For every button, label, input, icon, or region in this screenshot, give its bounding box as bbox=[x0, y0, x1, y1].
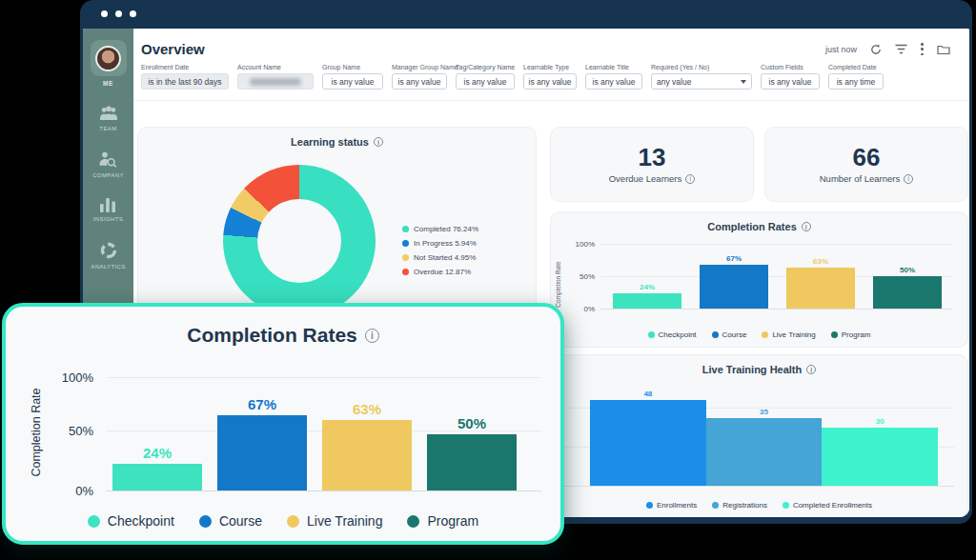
legend-item-checkpoint[interactable]: Checkpoint bbox=[648, 330, 697, 339]
filter-custom-fields-input[interactable]: is any value bbox=[761, 73, 820, 90]
legend-dot bbox=[402, 254, 409, 261]
bar-value-label: 24% bbox=[143, 445, 172, 461]
bar-live-training[interactable]: 63% bbox=[786, 244, 855, 309]
legend-item-enrollments[interactable]: Enrollments bbox=[646, 501, 697, 510]
live-training-health-plot: 48 35 30 bbox=[590, 390, 938, 486]
filter-learnable-title: Learnable Title is any value bbox=[585, 64, 642, 90]
sidebar-item-insights[interactable]: INSIGHTS bbox=[93, 197, 124, 222]
legend-item-program[interactable]: Program bbox=[831, 330, 871, 339]
info-icon[interactable] bbox=[802, 222, 811, 231]
team-icon bbox=[98, 106, 119, 122]
live-training-health-card: Live Training Health 48 35 bbox=[550, 354, 968, 517]
bar-program[interactable]: 50% bbox=[873, 244, 942, 309]
overlay-completion-rates-plot: 24% 67% 63% 50% bbox=[109, 378, 520, 490]
filter-bar: Enrollment Date is in the last 90 days A… bbox=[133, 57, 969, 101]
learning-status-card: Learning status Completed 76.24% In Prog… bbox=[137, 127, 537, 317]
legend-dot bbox=[199, 515, 212, 528]
sidebar-item-company[interactable]: COMPANY bbox=[92, 150, 124, 178]
filter-group-name: Group Name is any value bbox=[322, 64, 383, 90]
folder-button[interactable] bbox=[937, 44, 950, 55]
axis-baseline bbox=[559, 486, 954, 487]
filter-manager-group-name-input[interactable]: is any value bbox=[392, 73, 447, 90]
sidebar-item-team[interactable]: TEAM bbox=[98, 106, 119, 131]
filter-account-name-input[interactable] bbox=[237, 73, 314, 90]
filter-manager-group-name: Manager Group Name is any value bbox=[392, 64, 447, 90]
user-avatar bbox=[95, 46, 121, 71]
bar-value-label: 63% bbox=[353, 401, 381, 417]
filter-enrollment-date-input[interactable]: is in the last 90 days bbox=[141, 73, 229, 90]
bar bbox=[217, 415, 307, 490]
completion-rates-card: Completion Rates Completion Rate 100% 50… bbox=[550, 211, 968, 348]
completion-rates-plot: 24% 67% 63% 50% bbox=[604, 244, 950, 309]
overlay-completion-rates-legend: Checkpoint Course Live Training Program bbox=[6, 513, 560, 529]
legend-item-registrations[interactable]: Registrations bbox=[712, 501, 767, 510]
bar-value-label: 35 bbox=[760, 408, 768, 416]
last-refreshed-label: just now bbox=[825, 45, 857, 54]
bar-live-training[interactable]: 63% bbox=[322, 378, 412, 490]
legend-item-completed-enrollments[interactable]: Completed Enrollments bbox=[783, 501, 872, 510]
filter-required-dropdown[interactable]: any value bbox=[651, 73, 752, 90]
account-name-redacted-value bbox=[250, 78, 301, 86]
bar-program[interactable]: 50% bbox=[427, 378, 517, 490]
window-titlebar bbox=[80, 0, 972, 29]
info-icon[interactable] bbox=[365, 329, 379, 343]
live-training-health-title: Live Training Health bbox=[702, 364, 803, 375]
filter-required: Required (Yes / No) any value bbox=[651, 64, 752, 90]
filter-enrollment-date: Enrollment Date is in the last 90 days bbox=[141, 64, 229, 90]
info-icon[interactable] bbox=[806, 365, 816, 374]
bar-enrollments[interactable]: 48 bbox=[590, 390, 706, 486]
chevron-down-icon bbox=[741, 80, 746, 84]
learning-status-donut[interactable] bbox=[223, 165, 376, 317]
sidebar-item-me-label: ME bbox=[103, 80, 113, 87]
legend-item-overdue[interactable]: Overdue 12.87% bbox=[402, 268, 478, 276]
legend-dot bbox=[88, 515, 100, 528]
sidebar-item-analytics[interactable]: ANALYTICS bbox=[91, 241, 126, 270]
legend-dot bbox=[831, 331, 838, 338]
refresh-button[interactable] bbox=[870, 44, 882, 55]
filter-label: Learnable Title bbox=[585, 64, 642, 70]
filter-learnable-title-input[interactable]: is any value bbox=[585, 73, 642, 90]
live-training-health-legend: Enrollments Registrations Completed Enro… bbox=[551, 501, 967, 510]
sidebar-item-me[interactable] bbox=[91, 40, 127, 76]
bar-registrations[interactable]: 35 bbox=[706, 390, 823, 486]
filter-completed-date: Completed Date is any time bbox=[828, 64, 884, 90]
legend-item-in-progress[interactable]: In Progress 5.94% bbox=[402, 239, 478, 248]
legend-item-course[interactable]: Course bbox=[199, 513, 262, 529]
legend-dot bbox=[646, 502, 653, 509]
legend-item-live-training[interactable]: Live Training bbox=[762, 330, 815, 339]
info-icon[interactable] bbox=[374, 137, 383, 147]
legend-dot bbox=[402, 240, 409, 247]
legend-dot bbox=[762, 331, 768, 338]
legend-item-checkpoint[interactable]: Checkpoint bbox=[88, 513, 174, 529]
filter-group-name-input[interactable]: is any value bbox=[322, 73, 383, 90]
number-of-learners-card: 66 Number of Learners bbox=[764, 127, 968, 202]
filter-label: Group Name bbox=[322, 64, 383, 70]
bar-course[interactable]: 67% bbox=[700, 244, 768, 309]
window-dot-icon bbox=[101, 10, 108, 17]
filter-tag-category-name-input[interactable]: is any value bbox=[456, 73, 515, 90]
bar-completed-enrollments[interactable]: 30 bbox=[822, 390, 938, 486]
legend-label: Live Training bbox=[307, 513, 382, 529]
filter-completed-date-input[interactable]: is any time bbox=[828, 73, 884, 90]
legend-item-not-started[interactable]: Not Started 4.95% bbox=[402, 253, 478, 262]
legend-item-program[interactable]: Program bbox=[407, 513, 478, 529]
info-icon[interactable] bbox=[685, 174, 695, 184]
legend-item-live-training[interactable]: Live Training bbox=[287, 513, 382, 529]
y-tick: 50% bbox=[42, 424, 93, 438]
filters-toggle-button[interactable] bbox=[895, 44, 907, 54]
legend-label: Overdue 12.87% bbox=[414, 268, 471, 276]
overdue-learners-value: 13 bbox=[639, 145, 666, 170]
legend-item-course[interactable]: Course bbox=[712, 330, 747, 339]
info-icon[interactable] bbox=[904, 174, 913, 184]
filter-label: Custom Fields bbox=[761, 64, 820, 70]
filter-tag-category-name: Tag/Category Name is any value bbox=[456, 64, 515, 90]
bar-checkpoint[interactable]: 24% bbox=[613, 244, 681, 309]
bar-value-label: 24% bbox=[640, 283, 655, 291]
filter-learnable-type-input[interactable]: is any value bbox=[523, 73, 577, 90]
more-options-button[interactable] bbox=[921, 43, 924, 55]
bar-checkpoint[interactable]: 24% bbox=[112, 378, 202, 490]
legend-item-completed[interactable]: Completed 76.24% bbox=[402, 225, 478, 233]
bar-course[interactable]: 67% bbox=[217, 378, 307, 490]
number-of-learners-label: Number of Learners bbox=[820, 173, 900, 184]
filter-label: Enrollment Date bbox=[141, 64, 229, 70]
